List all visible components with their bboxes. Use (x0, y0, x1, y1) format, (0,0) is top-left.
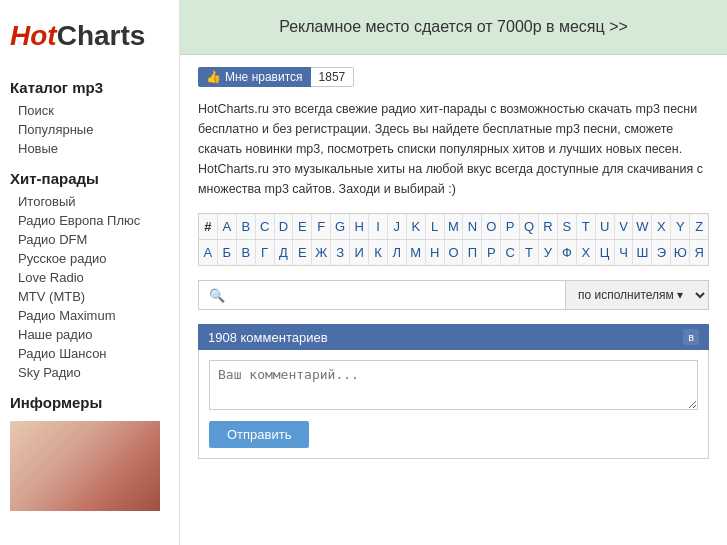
logo-charts[interactable]: Charts (57, 20, 146, 51)
alpha-cell[interactable]: Q (520, 214, 539, 239)
alpha-cell[interactable]: L (426, 214, 445, 239)
alpha-cell[interactable]: И (350, 240, 369, 265)
alpha-cell[interactable]: К (369, 240, 388, 265)
alpha-cell[interactable]: О (445, 240, 464, 265)
description: HotCharts.ru это всегда свежие радио хит… (198, 99, 709, 199)
sidebar-link[interactable]: Итоговый (10, 192, 169, 211)
alpha-cell[interactable]: X (652, 214, 671, 239)
search-select[interactable]: по исполнителям ▾ (565, 281, 708, 309)
alpha-cell[interactable]: В (237, 240, 256, 265)
alpha-cell[interactable]: А (199, 240, 218, 265)
informers-title: Информеры (10, 394, 169, 411)
sidebar-link[interactable]: Радио Maximum (10, 306, 169, 325)
alpha-cell[interactable]: K (407, 214, 426, 239)
alpha-cell[interactable]: U (596, 214, 615, 239)
catalog-links: ПоискПопулярныеНовые (10, 101, 169, 158)
like-count: 1857 (311, 67, 355, 87)
alpha-cell[interactable]: B (237, 214, 256, 239)
alpha-cell[interactable]: C (256, 214, 275, 239)
alpha-cell[interactable]: V (615, 214, 634, 239)
comments-section: 1908 комментариев в Отправить (198, 324, 709, 459)
alpha-cell[interactable]: D (275, 214, 294, 239)
alpha-cell[interactable]: Ф (558, 240, 577, 265)
description-text2: HotCharts.ru это музыкальные хиты на люб… (198, 162, 703, 196)
alpha-cell[interactable]: I (369, 214, 388, 239)
logo: HotCharts (10, 10, 169, 67)
logo-hot[interactable]: Hot (10, 20, 57, 51)
ad-banner[interactable]: Рекламное место сдается от 7000р в месяц… (180, 0, 727, 55)
catalog-title: Каталог mp3 (10, 79, 169, 96)
alpha-cell[interactable]: # (199, 214, 218, 239)
search-bar: по исполнителям ▾ (198, 280, 709, 310)
alpha-cell[interactable]: R (539, 214, 558, 239)
comment-input[interactable] (209, 360, 698, 410)
alpha-cell[interactable]: З (331, 240, 350, 265)
sidebar-image (10, 421, 160, 511)
alphabet-row-latin: #ABCDEFGHIJKLMNOPQRSTUVWXYZ (199, 214, 708, 240)
sidebar-link[interactable]: Наше радио (10, 325, 169, 344)
search-input[interactable] (199, 282, 565, 309)
alpha-cell[interactable]: Я (690, 240, 708, 265)
alpha-cell[interactable]: W (633, 214, 652, 239)
alpha-cell[interactable]: G (331, 214, 350, 239)
sidebar-link[interactable]: Радио Шансон (10, 344, 169, 363)
description-text1: HotCharts.ru это всегда свежие радио хит… (198, 102, 697, 156)
alpha-cell[interactable]: Z (690, 214, 708, 239)
alphabet-grid: #ABCDEFGHIJKLMNOPQRSTUVWXYZ АБВГДЕЖЗИКЛМ… (198, 213, 709, 266)
alpha-cell[interactable]: O (482, 214, 501, 239)
alpha-cell[interactable]: Б (218, 240, 237, 265)
alpha-cell[interactable]: Л (388, 240, 407, 265)
thumb-icon: 👍 (206, 70, 221, 84)
sidebar-link[interactable]: Радио Европа Плюс (10, 211, 169, 230)
like-label: Мне нравится (225, 70, 303, 84)
alpha-cell[interactable]: Г (256, 240, 275, 265)
alpha-cell[interactable]: M (445, 214, 464, 239)
alpha-cell[interactable]: Ч (615, 240, 634, 265)
like-area: 👍 Мне нравится 1857 (198, 67, 709, 87)
alpha-cell[interactable]: F (312, 214, 331, 239)
sidebar-link[interactable]: Поиск (10, 101, 169, 120)
alpha-cell[interactable]: Т (520, 240, 539, 265)
alpha-cell[interactable]: N (463, 214, 482, 239)
charts-links: ИтоговыйРадио Европа ПлюсРадио DFMРусско… (10, 192, 169, 382)
alpha-cell[interactable]: E (293, 214, 312, 239)
alpha-cell[interactable]: Е (293, 240, 312, 265)
alpha-cell[interactable]: Ш (633, 240, 652, 265)
alpha-cell[interactable]: С (501, 240, 520, 265)
alpha-cell[interactable]: Ю (671, 240, 690, 265)
alpha-cell[interactable]: Y (671, 214, 690, 239)
sidebar-link[interactable]: Радио DFM (10, 230, 169, 249)
comments-count: 1908 комментариев (208, 330, 328, 345)
alpha-cell[interactable]: П (463, 240, 482, 265)
vk-icon: в (683, 329, 699, 345)
sidebar-link[interactable]: Русское радио (10, 249, 169, 268)
alpha-cell[interactable]: М (407, 240, 426, 265)
alpha-cell[interactable]: S (558, 214, 577, 239)
alpha-cell[interactable]: Р (482, 240, 501, 265)
alpha-cell[interactable]: P (501, 214, 520, 239)
alpha-cell[interactable]: Д (275, 240, 294, 265)
comments-header: 1908 комментариев в (198, 324, 709, 350)
alpha-cell[interactable]: H (350, 214, 369, 239)
alpha-cell[interactable]: A (218, 214, 237, 239)
submit-button[interactable]: Отправить (209, 421, 309, 448)
alpha-cell[interactable]: T (577, 214, 596, 239)
alphabet-row-cyrillic: АБВГДЕЖЗИКЛМНОПРСТУФХЦЧШЭЮЯ (199, 240, 708, 265)
sidebar-link[interactable]: Love Radio (10, 268, 169, 287)
sidebar-link[interactable]: Новые (10, 139, 169, 158)
sidebar-link[interactable]: MTV (МТВ) (10, 287, 169, 306)
charts-title: Хит-парады (10, 170, 169, 187)
alpha-cell[interactable]: Ц (596, 240, 615, 265)
sidebar-link[interactable]: Популярные (10, 120, 169, 139)
alpha-cell[interactable]: Х (577, 240, 596, 265)
alpha-cell[interactable]: Н (426, 240, 445, 265)
sidebar-link[interactable]: Sky Радио (10, 363, 169, 382)
alpha-cell[interactable]: J (388, 214, 407, 239)
alpha-cell[interactable]: Э (652, 240, 671, 265)
like-button[interactable]: 👍 Мне нравится (198, 67, 311, 87)
alpha-cell[interactable]: Ж (312, 240, 331, 265)
comments-body: Отправить (198, 350, 709, 459)
alpha-cell[interactable]: У (539, 240, 558, 265)
